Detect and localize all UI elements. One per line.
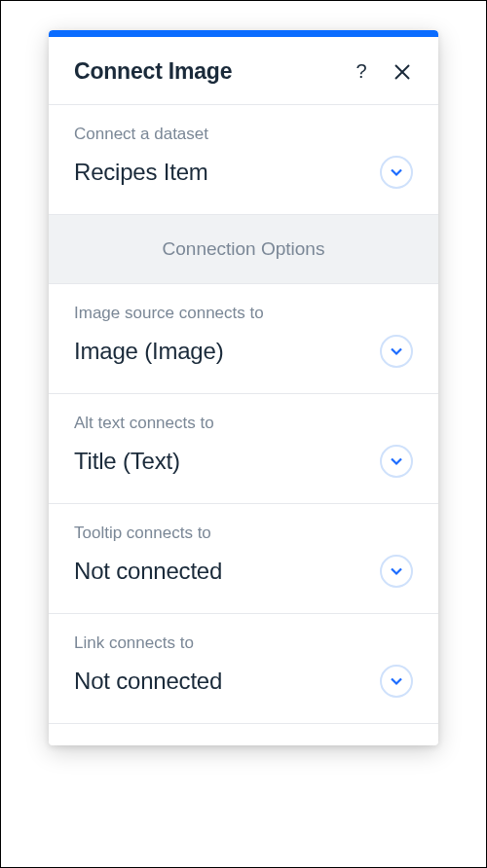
- dataset-select[interactable]: Recipes Item: [74, 156, 413, 189]
- chevron-down-icon[interactable]: [380, 445, 413, 478]
- field-select[interactable]: Not connected: [74, 555, 413, 588]
- field-select[interactable]: Title (Text): [74, 445, 413, 478]
- field-alt-text: Alt text connects to Title (Text): [49, 394, 438, 504]
- field-label: Link connects to: [74, 633, 413, 653]
- field-select[interactable]: Not connected: [74, 665, 413, 698]
- chevron-down-icon[interactable]: [380, 555, 413, 588]
- chevron-down-icon[interactable]: [380, 665, 413, 698]
- panel-bottom-space: [49, 724, 438, 745]
- dataset-label: Connect a dataset: [74, 125, 413, 144]
- field-label: Image source connects to: [74, 304, 413, 323]
- field-select[interactable]: Image (Image): [74, 335, 413, 368]
- field-image-source: Image source connects to Image (Image): [49, 284, 438, 394]
- field-link: Link connects to Not connected: [49, 614, 438, 724]
- chevron-down-icon[interactable]: [380, 335, 413, 368]
- field-value: Title (Text): [74, 448, 180, 475]
- panel-title: Connect Image: [74, 58, 232, 85]
- field-tooltip: Tooltip connects to Not connected: [49, 504, 438, 614]
- connection-options-header: Connection Options: [49, 215, 438, 284]
- close-icon[interactable]: [392, 61, 413, 83]
- help-icon[interactable]: ?: [351, 61, 372, 83]
- panel-header: Connect Image ?: [49, 37, 438, 105]
- dataset-value: Recipes Item: [74, 159, 208, 186]
- accent-bar: [49, 30, 438, 37]
- dataset-section: Connect a dataset Recipes Item: [49, 105, 438, 215]
- field-value: Not connected: [74, 668, 222, 695]
- header-actions: ?: [351, 61, 413, 83]
- field-value: Not connected: [74, 558, 222, 585]
- connect-image-panel: Connect Image ? Connect a dataset Recipe…: [49, 30, 438, 745]
- chevron-down-icon[interactable]: [380, 156, 413, 189]
- field-value: Image (Image): [74, 338, 223, 365]
- field-label: Tooltip connects to: [74, 524, 413, 543]
- field-label: Alt text connects to: [74, 414, 413, 433]
